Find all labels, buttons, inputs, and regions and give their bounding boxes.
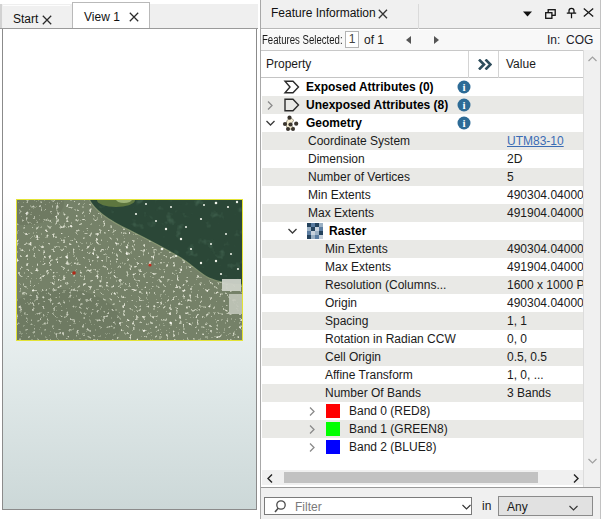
svg-text:i: i [462, 81, 465, 93]
svg-text:i: i [462, 117, 465, 129]
svg-text:i: i [462, 99, 465, 111]
